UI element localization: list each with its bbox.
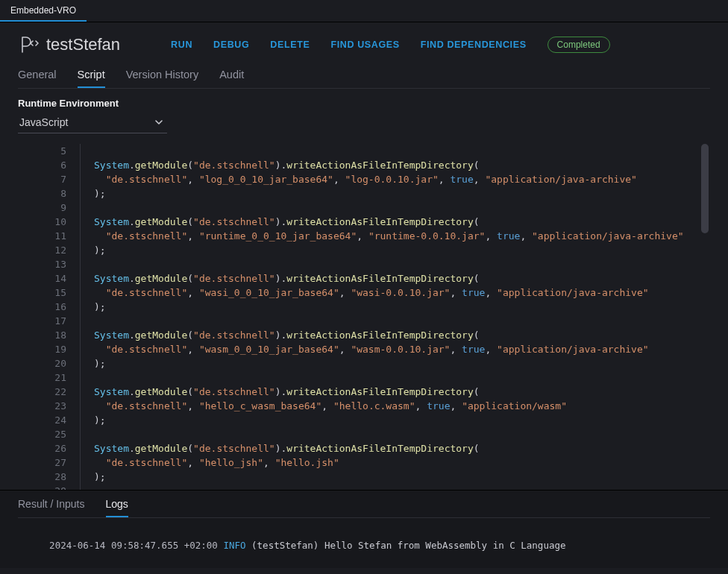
tab-general[interactable]: General (18, 69, 57, 88)
debug-button[interactable]: DEBUG (213, 40, 249, 50)
page-title: testStefan (46, 35, 120, 54)
runtime-env-label: Runtime Environment (18, 98, 710, 109)
runtime-env-select[interactable]: JavaScript (18, 113, 167, 133)
top-tab-embedded-vro[interactable]: Embedded-VRO (0, 0, 87, 22)
action-icon (18, 34, 39, 55)
status-badge: Completed (547, 37, 610, 53)
tab-result-inputs[interactable]: Result / Inputs (18, 498, 85, 517)
find-usages-button[interactable]: FIND USAGES (330, 40, 399, 50)
code-editor[interactable]: 5678910111213141516171819202122232425262… (18, 144, 710, 490)
tab-logs[interactable]: Logs (106, 498, 128, 517)
chevron-down-icon (154, 117, 164, 127)
log-timestamp: 2024-06-14 09:58:47.655 +02:00 (49, 540, 218, 551)
log-level: INFO (223, 540, 245, 551)
delete-button[interactable]: DELETE (270, 40, 310, 50)
tab-script[interactable]: Script (78, 69, 105, 88)
tab-version-history[interactable]: Version History (126, 69, 199, 88)
find-dependencies-button[interactable]: FIND DEPENDENCIES (421, 40, 527, 50)
page-title-group: testStefan (18, 34, 120, 55)
tab-audit[interactable]: Audit (219, 69, 244, 88)
editor-scrollbar-thumb[interactable] (701, 144, 709, 233)
log-line: 2024-06-14 09:58:47.655 +02:00 INFO (tes… (18, 518, 710, 562)
log-message: (testStefan) Hello Stefan from WebAssemb… (251, 540, 565, 551)
runtime-env-value: JavaScript (19, 116, 68, 128)
run-button[interactable]: RUN (171, 40, 192, 50)
